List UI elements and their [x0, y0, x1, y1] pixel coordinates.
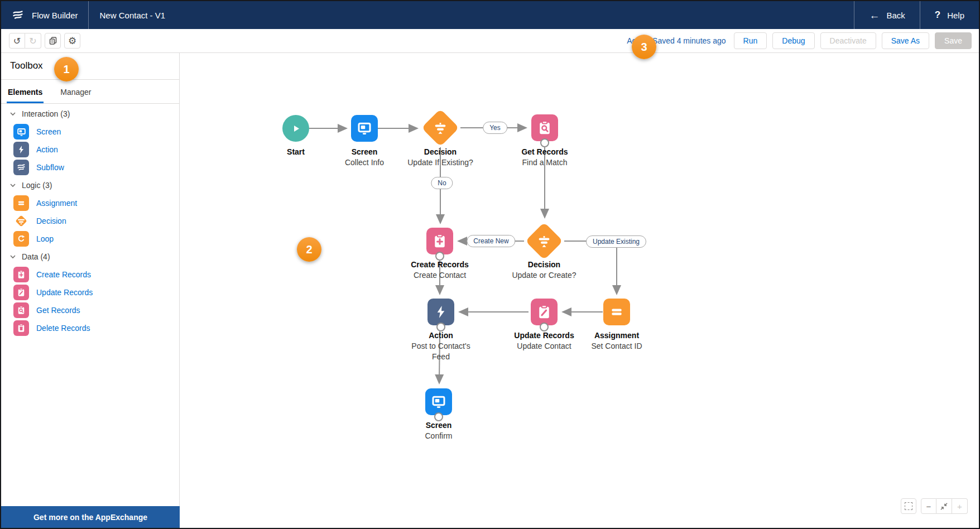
plus-icon: + [957, 502, 962, 511]
item-label: Create Records [36, 270, 91, 279]
flow-builder-window: Flow Builder New Contact - V1 ← Back ? H… [0, 0, 980, 529]
node-subtitle: Create Contact [414, 270, 466, 281]
node-title: Screen [391, 420, 486, 431]
record-delete-icon [13, 320, 29, 336]
help-button[interactable]: ? Help [920, 1, 979, 29]
node-decision-update-or-create[interactable] [525, 222, 563, 260]
sidebar-item-get-records[interactable]: Get Records [1, 301, 179, 319]
section-logic[interactable]: Logic (3) [1, 176, 179, 194]
sidebar-item-screen[interactable]: Screen [1, 123, 179, 141]
debug-button[interactable]: Debug [772, 32, 814, 49]
back-button[interactable]: ← Back [854, 1, 919, 29]
assignment-icon [13, 195, 29, 211]
record-update-icon [536, 304, 553, 320]
undo-button[interactable]: ↺ [9, 33, 25, 49]
lightning-icon [13, 142, 29, 157]
node-label: Decision Update or Create? [497, 259, 592, 281]
node-subtitle: Update or Create? [512, 270, 576, 281]
node-decision-update-if-existing[interactable] [421, 109, 459, 147]
node-get-records-find-a-match[interactable] [531, 114, 558, 141]
flow-settings-button[interactable]: ⚙ [64, 33, 80, 49]
play-icon [289, 122, 302, 135]
top-nav: Flow Builder New Contact - V1 ← Back ? H… [1, 1, 979, 29]
app-name: Flow Builder [32, 11, 78, 20]
connector-port[interactable] [540, 138, 549, 147]
record-update-icon [13, 285, 29, 300]
connector-port[interactable] [436, 323, 445, 331]
zoom-out-button[interactable]: − [921, 498, 936, 514]
connector-label-no[interactable]: No [431, 177, 453, 189]
node-title: Assignment [569, 330, 664, 341]
deactivate-button[interactable]: Deactivate [820, 32, 876, 49]
copy-icon [49, 36, 57, 45]
node-subtitle: Update If Existing? [407, 157, 473, 168]
connector-port[interactable] [434, 412, 443, 421]
screen-icon [13, 124, 29, 140]
signpost-icon [536, 233, 553, 249]
node-screen-confirm[interactable] [425, 388, 452, 415]
node-subtitle: Find a Match [522, 157, 568, 168]
sidebar-item-subflow[interactable]: Subflow [1, 158, 179, 176]
chevron-down-icon [10, 255, 16, 259]
item-label: Decision [36, 217, 66, 225]
node-label: Action Post to Contact's Feed [393, 330, 488, 362]
flow-title: New Contact - V1 [89, 11, 177, 20]
appexchange-banner[interactable]: Get more on the AppExchange [1, 506, 180, 528]
chevron-down-icon [10, 112, 16, 116]
item-label: Assignment [36, 199, 77, 208]
node-subtitle: Post to Contact's Feed [408, 341, 474, 362]
sidebar-item-update-records[interactable]: Update Records [1, 283, 179, 301]
annotation-marker-1: 1 [54, 57, 79, 81]
connector-label-create-new[interactable]: Create New [467, 235, 515, 247]
node-create-records-create-contact[interactable] [426, 228, 453, 254]
connector-port[interactable] [540, 323, 549, 331]
node-action-post-to-feed[interactable] [427, 299, 454, 325]
node-start[interactable] [282, 115, 309, 142]
tab-manager[interactable]: Manager [59, 82, 92, 103]
node-update-records-update-contact[interactable] [531, 299, 558, 325]
node-subtitle: Collect Info [345, 157, 384, 168]
record-lookup-icon [13, 302, 29, 318]
chevron-down-icon [10, 184, 16, 187]
record-create-icon [431, 233, 448, 249]
sidebar-item-create-records[interactable]: Create Records [1, 266, 179, 283]
help-label: Help [947, 11, 964, 20]
section-data[interactable]: Data (4) [1, 248, 179, 266]
section-label: Data (4) [22, 252, 50, 261]
node-subtitle: Set Contact ID [591, 341, 642, 352]
save-as-button[interactable]: Save As [882, 32, 929, 49]
copy-paste-button[interactable] [45, 33, 61, 49]
node-label: Assignment Set Contact ID [569, 330, 664, 352]
connector-port[interactable] [435, 252, 444, 261]
item-label: Update Records [36, 288, 93, 297]
sidebar-item-action[interactable]: Action [1, 141, 179, 158]
node-label: Get Records Find a Match [497, 147, 592, 168]
undo-icon: ↺ [13, 36, 21, 46]
screen-icon [356, 120, 373, 137]
toolbox-panel: Toolbox Elements Manager Interaction (3)… [1, 52, 180, 528]
sidebar-item-assignment[interactable]: Assignment [1, 194, 179, 212]
node-title: Get Records [497, 147, 592, 157]
redo-button[interactable]: ↻ [25, 33, 41, 49]
sidebar-item-loop[interactable]: Loop [1, 230, 179, 248]
connector-label-update-existing[interactable]: Update Existing [586, 235, 646, 248]
app-home[interactable]: Flow Builder [1, 1, 88, 29]
node-label: Create Records Create Contact [392, 259, 487, 281]
node-screen-collect-info[interactable] [351, 115, 378, 142]
sidebar-item-delete-records[interactable]: Delete Records [1, 319, 179, 337]
run-button[interactable]: Run [734, 32, 767, 49]
flow-builder-logo-icon [11, 8, 25, 22]
save-button[interactable]: Save [935, 32, 972, 49]
signpost-icon [432, 119, 449, 136]
tab-elements[interactable]: Elements [7, 82, 44, 103]
multi-select-button[interactable] [901, 498, 916, 514]
section-interaction[interactable]: Interaction (3) [1, 105, 179, 123]
connector-label-yes[interactable]: Yes [483, 122, 507, 134]
zoom-in-button[interactable]: + [952, 498, 968, 514]
fit-to-view-button[interactable] [936, 498, 952, 514]
node-title: Decision [393, 147, 488, 157]
marquee-select-icon [905, 502, 912, 510]
sidebar-item-decision[interactable]: Decision [1, 212, 179, 230]
node-assignment-set-contact-id[interactable] [603, 299, 630, 325]
canvas-toolbar: ↺ ↻ ⚙ Active–Saved 4 minutes ago Run Deb… [1, 29, 979, 53]
